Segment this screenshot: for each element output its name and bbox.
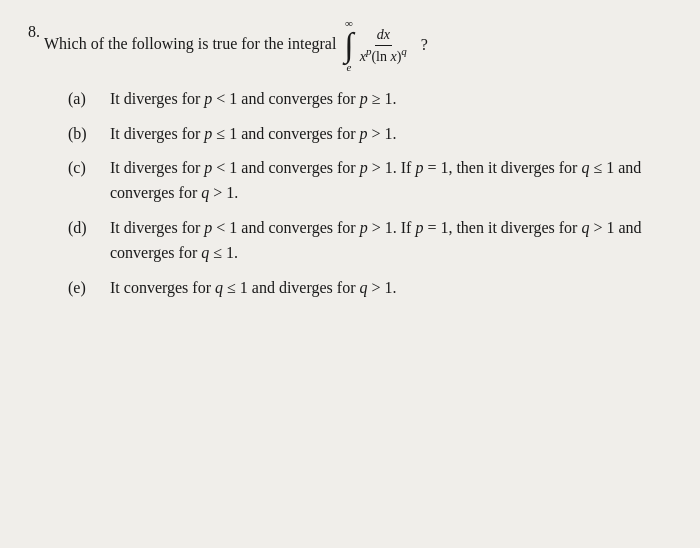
integral-expression: ∞ ∫ e dx xp(ln x)q bbox=[344, 18, 411, 73]
question-number: 8. bbox=[28, 18, 40, 44]
question-text: Which of the following is true for the i… bbox=[44, 18, 672, 73]
option-d-label: (d) bbox=[68, 216, 110, 241]
numerator: dx bbox=[375, 24, 392, 46]
option-c-label: (c) bbox=[68, 156, 110, 181]
options-list: (a) It diverges for p < 1 and converges … bbox=[28, 87, 672, 301]
option-a: (a) It diverges for p < 1 and converges … bbox=[68, 87, 672, 112]
integrand-fraction: dx xp(ln x)q bbox=[358, 24, 409, 67]
option-b-text: It diverges for p ≤ 1 and converges for … bbox=[110, 122, 672, 147]
option-b-label: (b) bbox=[68, 122, 110, 147]
option-b: (b) It diverges for p ≤ 1 and converges … bbox=[68, 122, 672, 147]
denominator: xp(ln x)q bbox=[358, 46, 409, 67]
question-header: 8. Which of the following is true for th… bbox=[28, 18, 672, 73]
option-a-label: (a) bbox=[68, 87, 110, 112]
option-e-text: It converges for q ≤ 1 and diverges for … bbox=[110, 276, 672, 301]
option-a-text: It diverges for p < 1 and converges for … bbox=[110, 87, 672, 112]
option-e-label: (e) bbox=[68, 276, 110, 301]
option-c: (c) It diverges for p < 1 and converges … bbox=[68, 156, 672, 206]
option-e: (e) It converges for q ≤ 1 and diverges … bbox=[68, 276, 672, 301]
option-d: (d) It diverges for p < 1 and converges … bbox=[68, 216, 672, 266]
question-mark: ? bbox=[421, 36, 428, 53]
lower-limit: e bbox=[347, 60, 352, 73]
option-c-text: It diverges for p < 1 and converges for … bbox=[110, 156, 672, 206]
page: 8. Which of the following is true for th… bbox=[0, 0, 700, 548]
option-d-text: It diverges for p < 1 and converges for … bbox=[110, 216, 672, 266]
integral-symbol: ∫ bbox=[344, 31, 353, 60]
